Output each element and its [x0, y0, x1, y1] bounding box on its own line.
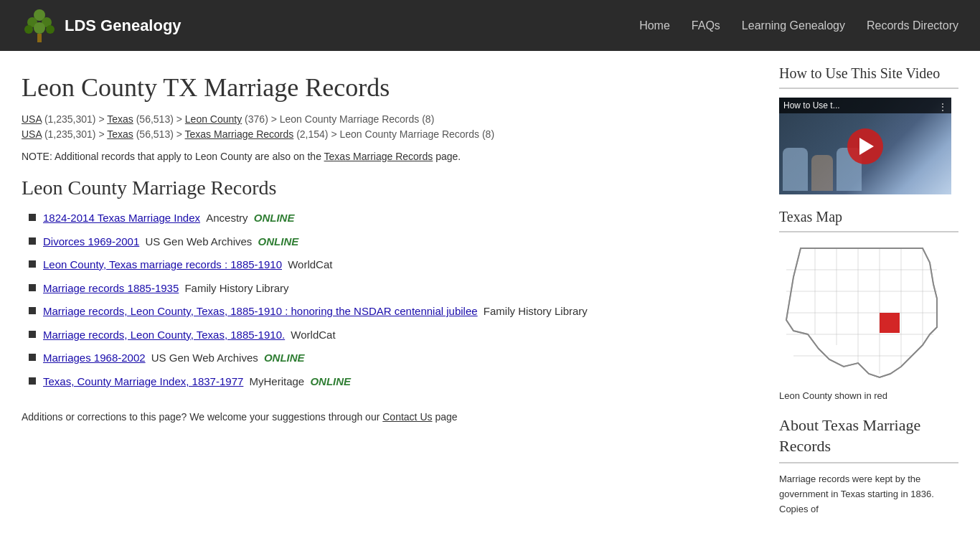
record-source-0: Ancestry	[206, 212, 248, 224]
additions-text: Additions or corrections to this page? W…	[22, 411, 380, 423]
list-item: Marriage records, Leon County, Texas, 18…	[29, 303, 750, 320]
note-text: NOTE: Additional records that apply to L…	[22, 151, 321, 162]
about-text: Marriage records were kept by the govern…	[779, 472, 958, 517]
sidebar: How to Use This Site Video How to Use t.…	[772, 65, 958, 537]
video-section-title: How to Use This Site Video	[779, 65, 958, 82]
play-triangle-icon	[859, 138, 874, 155]
breadcrumb-county-count-1: (376)	[245, 113, 268, 125]
breadcrumb-texas-1[interactable]: Texas	[107, 113, 133, 125]
svg-point-5	[46, 25, 55, 34]
breadcrumb-usa-count-1: (1,235,301)	[44, 113, 96, 125]
breadcrumb-marriage-2[interactable]: Texas Marriage Records	[185, 128, 294, 140]
main-nav: Home FAQs Learning Genealogy Records Dir…	[639, 19, 958, 32]
record-text: 1824-2014 Texas Marriage Index Ancestry …	[43, 210, 294, 227]
list-item: 1824-2014 Texas Marriage Index Ancestry …	[29, 210, 750, 227]
main-content: Leon County TX Marriage Records USA (1,2…	[22, 65, 772, 537]
online-badge-6: ONLINE	[264, 352, 305, 364]
online-badge-1: ONLINE	[258, 235, 299, 248]
texas-map-svg	[779, 241, 951, 385]
record-link-1[interactable]: Divorces 1969-2001	[43, 235, 139, 248]
nav-learning[interactable]: Learning Genealogy	[742, 19, 845, 32]
texas-map	[779, 241, 951, 385]
list-item: Marriage records 1885-1935 Family Histor…	[29, 281, 750, 297]
map-divider	[779, 231, 958, 232]
breadcrumb-texas-2[interactable]: Texas	[107, 128, 133, 140]
bullet-icon	[29, 214, 36, 221]
record-source-7: MyHeritage	[250, 375, 305, 387]
record-link-0[interactable]: 1824-2014 Texas Marriage Index	[43, 212, 200, 224]
record-link-6[interactable]: Marriages 1968-2002	[43, 352, 146, 364]
video-play-button[interactable]	[847, 128, 883, 164]
about-divider	[779, 462, 958, 463]
record-source-6: US Gen Web Archives	[151, 352, 258, 364]
svg-point-3	[24, 25, 33, 34]
texas-map-caption-text: Leon County shown in red	[779, 390, 958, 401]
record-source-3: Family History Library	[184, 282, 288, 294]
breadcrumb-usa-2[interactable]: USA	[22, 128, 42, 140]
record-source-4: Family History Library	[484, 305, 588, 317]
breadcrumb-usa-1[interactable]: USA	[22, 113, 42, 125]
video-title-bar: How to Use t... ⋮	[779, 98, 951, 113]
bullet-icon	[29, 377, 36, 385]
section-title: Leon County Marriage Records	[22, 176, 750, 199]
video-divider	[779, 88, 958, 89]
online-badge-7: ONLINE	[310, 375, 351, 387]
bullet-icon	[29, 331, 36, 338]
breadcrumb-county-1[interactable]: Leon County	[185, 113, 242, 125]
additions-paragraph: Additions or corrections to this page? W…	[22, 411, 750, 423]
list-item: Marriages 1968-2002 US Gen Web Archives …	[29, 350, 750, 367]
record-text: Texas, County Marriage Index, 1837-1977 …	[43, 374, 351, 390]
svg-point-4	[34, 22, 45, 34]
record-source-5: WorldCat	[291, 329, 335, 341]
video-title-text: How to Use t...	[783, 100, 840, 110]
site-header: LDS Genealogy Home FAQs Learning Genealo…	[0, 0, 980, 51]
record-text: Marriage records 1885-1935 Family Histor…	[43, 281, 288, 297]
video-player[interactable]: How to Use t... ⋮	[779, 98, 951, 194]
bullet-icon	[29, 237, 36, 245]
records-list: 1824-2014 Texas Marriage Index Ancestry …	[29, 210, 750, 390]
nav-faqs[interactable]: FAQs	[692, 19, 720, 32]
breadcrumb-final-1: Leon County Marriage Records (8)	[280, 113, 435, 125]
record-text: Marriage records, Leon County, Texas, 18…	[43, 303, 588, 320]
nav-records-dir[interactable]: Records Directory	[867, 19, 958, 32]
logo-tree-icon	[22, 8, 57, 44]
note-suffix: page.	[435, 151, 461, 162]
record-link-2[interactable]: Leon County, Texas marriage records : 18…	[43, 258, 282, 270]
record-text: Divorces 1969-2001 US Gen Web Archives O…	[43, 234, 298, 250]
list-item: Divorces 1969-2001 US Gen Web Archives O…	[29, 234, 750, 250]
about-section-title: About Texas Marriage Records	[779, 415, 958, 456]
video-more-icon[interactable]: ⋮	[938, 101, 948, 113]
record-link-4[interactable]: Marriage records, Leon County, Texas, 18…	[43, 305, 478, 317]
nav-home[interactable]: Home	[639, 19, 670, 32]
bullet-icon	[29, 354, 36, 361]
online-badge-0: ONLINE	[254, 212, 295, 224]
record-link-5[interactable]: Marriage records, Leon County, Texas, 18…	[43, 329, 285, 341]
additions-suffix: page	[435, 411, 457, 423]
logo-area[interactable]: LDS Genealogy	[22, 8, 182, 44]
logo-text: LDS Genealogy	[65, 17, 182, 35]
texas-marriage-link[interactable]: Texas Marriage Records	[324, 151, 433, 162]
breadcrumb-2: USA (1,235,301) > Texas (56,513) > Texas…	[22, 128, 750, 140]
record-link-3[interactable]: Marriage records 1885-1935	[43, 282, 179, 294]
person-silhouette	[783, 148, 808, 191]
bullet-icon	[29, 284, 36, 291]
list-item: Marriage records, Leon County, Texas, 18…	[29, 327, 750, 344]
list-item: Texas, County Marriage Index, 1837-1977 …	[29, 374, 750, 390]
record-source-2: WorldCat	[288, 258, 332, 270]
texas-map-title: Texas Map	[779, 209, 958, 225]
page-title: Leon County TX Marriage Records	[22, 72, 750, 103]
breadcrumb-usa-count-2: (1,235,301)	[44, 128, 96, 140]
record-text: Marriage records, Leon County, Texas, 18…	[43, 327, 336, 344]
texas-map-section: Texas Map	[779, 209, 958, 401]
bullet-icon	[29, 307, 36, 314]
list-item: Leon County, Texas marriage records : 18…	[29, 257, 750, 273]
breadcrumb-marriage-count-2: (2,154)	[296, 128, 328, 140]
note-paragraph: NOTE: Additional records that apply to L…	[22, 151, 750, 162]
bullet-icon	[29, 260, 36, 268]
contact-us-link[interactable]: Contact Us	[382, 411, 432, 423]
breadcrumb-1: USA (1,235,301) > Texas (56,513) > Leon …	[22, 113, 750, 125]
record-link-7[interactable]: Texas, County Marriage Index, 1837-1977	[43, 375, 243, 387]
about-section: About Texas Marriage Records Marriage re…	[779, 415, 958, 517]
svg-rect-18	[880, 313, 900, 333]
record-text: Marriages 1968-2002 US Gen Web Archives …	[43, 350, 305, 367]
